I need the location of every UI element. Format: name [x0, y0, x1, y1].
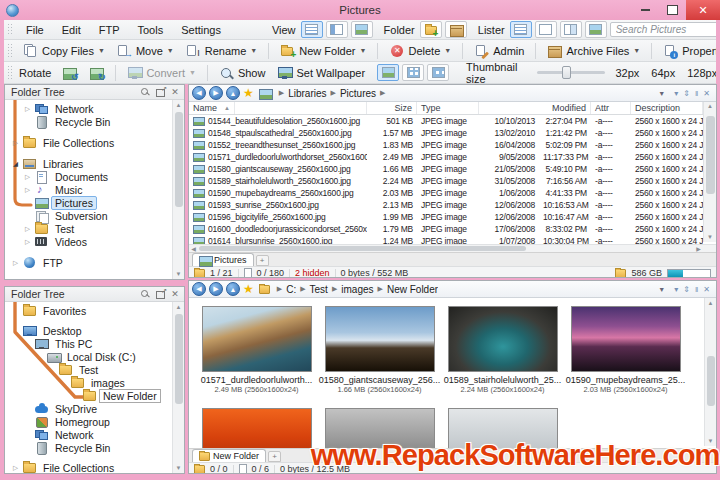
pane-menu-icon[interactable]: ▾	[674, 285, 678, 294]
view-list-button[interactable]	[301, 21, 323, 38]
breadcrumb-item-libraries[interactable]: Libraries	[288, 88, 326, 99]
search-input[interactable]	[610, 22, 716, 37]
delete-button[interactable]: Delete▼	[383, 41, 457, 61]
expander-icon[interactable]: ◢	[11, 160, 20, 168]
table-row[interactable]: 01548_stpaulscathedral_2560x1600.jpg1.57…	[189, 127, 703, 139]
tree-scrollbar[interactable]: ▲ ▼	[172, 302, 184, 473]
thumbnail-01589-stairholelulworth-25[interactable]: 01589_stairholelulworth_25...2.24 MB (25…	[441, 306, 564, 394]
new-folder-button[interactable]: New Folder▼	[274, 41, 372, 61]
breadcrumb-item-c[interactable]: C:	[286, 284, 296, 295]
scroll-up-icon[interactable]: ▲	[173, 302, 184, 312]
expander-icon[interactable]: ▷	[23, 186, 32, 194]
size-preset-128px[interactable]: 128px	[687, 67, 716, 79]
table-row[interactable]: 01590_mupebaydreams_2560x1600.jpg2.03 MB…	[189, 187, 703, 199]
undock-icon[interactable]	[154, 86, 166, 98]
lister-details-button[interactable]	[510, 21, 532, 38]
tree-item-homegroup[interactable]: Homegroup	[5, 415, 119, 428]
thumbnail-partial[interactable]	[318, 408, 441, 448]
rename-button[interactable]: Rename▼	[180, 41, 264, 61]
rotate-right-button[interactable]	[83, 63, 110, 83]
table-row[interactable]: 01596_bigcitylife_2560x1600.jpg1.99 MBJP…	[189, 211, 703, 223]
tree-item-images[interactable]: images	[5, 376, 134, 389]
menu-settings[interactable]: Settings	[172, 24, 230, 36]
properties-button[interactable]: Properties▼	[657, 41, 716, 61]
thumbnail-partial[interactable]	[195, 408, 318, 448]
scrollbar-thumb[interactable]	[175, 112, 183, 207]
scrollbar-thumb[interactable]	[199, 246, 526, 251]
up-button[interactable]: ▲	[226, 282, 240, 296]
tree-item-subversion[interactable]: Subversion	[5, 209, 117, 222]
show-button[interactable]: Show	[213, 63, 272, 83]
address-dropdown-icon[interactable]: ▼	[658, 286, 665, 293]
tree-scrollbar[interactable]: ▲ ▼	[172, 100, 184, 279]
tab-pictures[interactable]: Pictures	[192, 253, 254, 266]
thumbsize-small-button[interactable]	[377, 64, 399, 81]
lister-split-button[interactable]	[560, 21, 582, 38]
tree-item-recycle-bin[interactable]: Recycle Bin	[5, 115, 119, 128]
expander-icon[interactable]: ▷	[23, 238, 32, 246]
scrollbar-thumb[interactable]	[707, 356, 715, 406]
toolbar-grip[interactable]	[7, 65, 12, 80]
tree-item-test[interactable]: ▷Test	[5, 222, 83, 235]
forward-button[interactable]: ▶	[209, 86, 223, 100]
tree-item-skydrive[interactable]: SkyDrive	[5, 402, 106, 415]
breadcrumb-item-test[interactable]: Test	[310, 284, 328, 295]
pane-maximize-icon[interactable]: ⇕	[683, 89, 690, 98]
thumbnail-01580-giantscauseway-256[interactable]: 01580_giantscauseway_256...1.66 MB (2560…	[318, 306, 441, 394]
folder-compare-button[interactable]	[420, 21, 442, 38]
thumbnail-01590-mupebaydreams-25[interactable]: 01590_mupebaydreams_25...2.03 MB (2560x1…	[564, 306, 687, 394]
scrollbar-thumb[interactable]	[175, 314, 183, 404]
expander-icon[interactable]: ▷	[23, 225, 32, 233]
view-tiles-button[interactable]	[326, 21, 348, 38]
scroll-down-icon[interactable]: ▼	[173, 269, 184, 279]
pane-maximize-icon[interactable]: ⇕	[683, 285, 690, 294]
tree-item-documents[interactable]: ▷Documents	[5, 170, 117, 183]
set-wallpaper-button[interactable]: Set Wallpaper	[271, 63, 371, 83]
scrollbar-thumb[interactable]	[706, 116, 715, 194]
tree-item-this-pc[interactable]: This PC	[5, 337, 101, 350]
lister-single-button[interactable]	[535, 21, 557, 38]
size-preset-32px[interactable]: 32px	[615, 67, 639, 79]
undock-icon[interactable]	[154, 288, 166, 300]
horizontal-scrollbar[interactable]: ◀ ▶	[189, 244, 716, 252]
thumbnail-size-slider[interactable]	[537, 71, 605, 74]
back-button[interactable]: ◀	[192, 282, 206, 296]
menu-edit[interactable]: Edit	[53, 24, 90, 36]
tree-item-recycle-bin[interactable]: Recycle Bin	[5, 441, 119, 454]
table-row[interactable]: 01571_durdledoorlulworthdorset_2560x1600…	[189, 151, 703, 163]
expander-icon[interactable]: ▷	[23, 105, 32, 113]
menu-tools[interactable]: Tools	[128, 24, 172, 36]
admin-button[interactable]: Admin	[468, 41, 530, 61]
address-dropdown-icon[interactable]: ▼	[658, 90, 665, 97]
close-icon[interactable]: ✕	[169, 86, 181, 98]
scroll-right-icon[interactable]: ▶	[694, 245, 703, 252]
archive-files-button[interactable]: Archive Files▼	[541, 41, 646, 61]
favorites-star-icon[interactable]: ★	[243, 86, 254, 100]
tree-item-local-disk-c[interactable]: Local Disk (C:)	[5, 350, 145, 363]
tree-item-videos[interactable]: ▷Videos	[5, 235, 96, 248]
thumbnail-partial[interactable]	[441, 408, 564, 448]
tree-item-network[interactable]: ▷Network	[5, 102, 103, 115]
tree-item-desktop[interactable]: Desktop	[5, 324, 91, 337]
breadcrumb-item-pictures[interactable]: Pictures	[340, 88, 376, 99]
thumbnail-01571-durdledoorlulworth[interactable]: 01571_durdledoorlulworth...2.49 MB (2560…	[195, 306, 318, 394]
back-button[interactable]: ◀	[192, 86, 206, 100]
table-row[interactable]: 01552_treeandthesunset_2560x1600.jpg1.83…	[189, 139, 703, 151]
thumbsize-medium-button[interactable]	[402, 64, 424, 81]
lister-image-button[interactable]	[585, 21, 607, 38]
rotate-left-button[interactable]	[56, 63, 83, 83]
pane-split-icon[interactable]: ‖	[695, 89, 698, 98]
new-tab-button[interactable]: +	[268, 451, 281, 462]
tree-item-file-collections[interactable]: ▷File Collections	[5, 136, 123, 149]
new-tab-button[interactable]: +	[256, 255, 269, 266]
toolbar-grip[interactable]	[7, 23, 12, 36]
column-modified[interactable]: Modified	[479, 102, 591, 114]
list-scrollbar[interactable]: ▲ ▼	[703, 102, 716, 242]
table-row[interactable]: 01589_stairholelulworth_2560x1600.jpg2.2…	[189, 175, 703, 187]
expander-icon[interactable]: ▷	[23, 173, 32, 181]
convert-button[interactable]: Convert▼	[121, 63, 201, 83]
forward-button[interactable]: ▶	[209, 282, 223, 296]
scroll-down-icon[interactable]: ▼	[704, 233, 716, 242]
column-attr[interactable]: Attr	[591, 102, 631, 114]
table-row[interactable]: 01600_doodledoorjurassicicondorset_2560x…	[189, 223, 703, 235]
